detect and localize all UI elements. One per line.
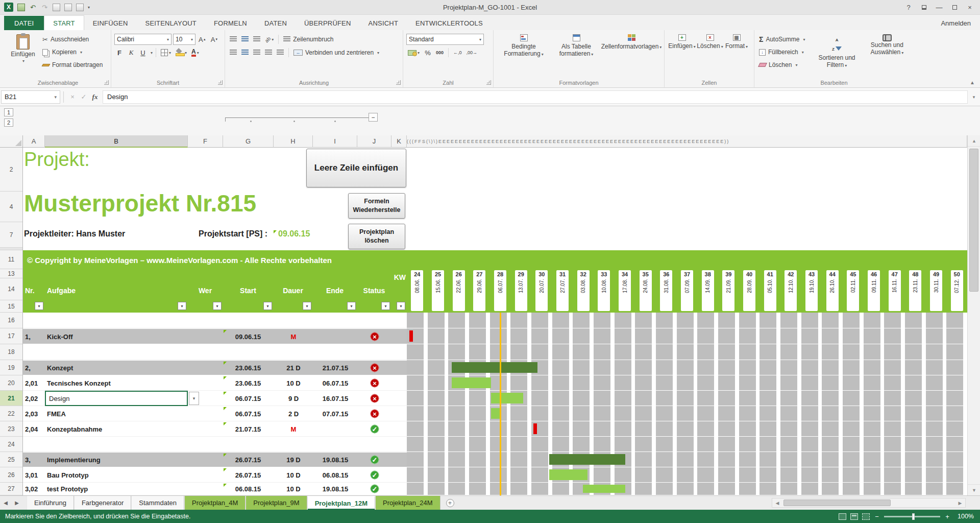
print-icon[interactable]	[53, 4, 60, 11]
autosum-button[interactable]: ΣAutoSumme▾	[757, 34, 810, 45]
sheet-tab-projektplan-9m[interactable]: Projektplan_9M	[246, 496, 307, 510]
clipboard-dialog-launcher-icon[interactable]	[104, 80, 109, 85]
row-header-23[interactable]: 23	[0, 421, 22, 437]
maximize-button[interactable]	[947, 2, 962, 13]
sheet-tab-einf-hrung[interactable]: Einführung	[27, 496, 74, 510]
align-left-button[interactable]	[228, 47, 238, 58]
underline-button[interactable]: U	[138, 47, 148, 58]
bold-button[interactable]: F	[114, 47, 125, 58]
minimize-button[interactable]: —	[932, 2, 946, 13]
row-header-19[interactable]: 19	[0, 360, 22, 375]
zoom-level[interactable]: 100%	[954, 513, 974, 520]
filter-button-col-f[interactable]: ▾	[213, 302, 222, 310]
vertical-scrollbar[interactable]: ▲ ▼	[967, 135, 980, 495]
page-break-view-icon[interactable]	[862, 513, 870, 520]
insert-empty-row-button[interactable]: Leere Zeile einfügen	[306, 149, 406, 187]
name-box-dropdown-icon[interactable]: ▾	[54, 94, 57, 100]
column-header-a[interactable]: A	[23, 135, 45, 148]
filter-button-col-h[interactable]: ▾	[303, 302, 311, 310]
paste-button[interactable]: Einfügen ▾	[8, 33, 38, 77]
column-header-f[interactable]: F	[188, 135, 223, 148]
ribbon-display-options-icon[interactable]	[917, 2, 931, 13]
new-sheet-button[interactable]: +	[444, 496, 457, 510]
task-row-18[interactable]	[23, 344, 407, 360]
find-select-button[interactable]: Suchen und Auswählen▾	[864, 33, 911, 77]
fill-color-button[interactable]: ▾	[174, 47, 188, 58]
column-header-i[interactable]: I	[313, 135, 357, 148]
sheet-tab-projektplan-24m[interactable]: Projektplan_24M	[375, 496, 440, 510]
cell-styles-button[interactable]: Zellenformatvorlagen▾	[602, 33, 661, 50]
preview-icon[interactable]	[76, 4, 84, 11]
insert-function-icon[interactable]: fx	[89, 93, 101, 101]
task-row-19[interactable]: 2,Konzept23.06.1521 D21.07.15×	[23, 360, 407, 375]
font-size-select[interactable]: 10▾	[173, 34, 195, 45]
page-layout-view-icon[interactable]	[850, 513, 858, 520]
format-as-table-button[interactable]: Als Tabelle formatieren▾	[551, 33, 602, 58]
alignment-dialog-launcher-icon[interactable]	[396, 80, 401, 85]
number-dialog-launcher-icon[interactable]	[486, 80, 491, 85]
increase-font-size-button[interactable]: A▲	[197, 34, 208, 45]
collapse-ribbon-icon[interactable]: ▲	[970, 80, 975, 85]
align-right-button[interactable]	[252, 47, 262, 58]
task-row-25[interactable]: 3,Implementierung26.07.1519 D19.08.15✓	[23, 452, 407, 467]
align-top-button[interactable]	[228, 34, 238, 45]
row-header-22[interactable]: 22	[0, 406, 22, 421]
row-header-24[interactable]: 24	[0, 437, 22, 452]
scroll-left-icon[interactable]: ◀	[772, 501, 782, 506]
task-row-16[interactable]	[23, 313, 407, 328]
filter-button-col-a[interactable]: ▾	[35, 302, 43, 310]
conditional-formatting-button[interactable]: Bedingte Formatierung▾	[497, 33, 551, 58]
task-row-23[interactable]: 2,04Konzeptabnahme21.07.15M✓	[23, 421, 407, 437]
row-header-14[interactable]: 14	[0, 278, 22, 300]
sheet-nav-right-icon[interactable]: ▶	[11, 496, 22, 510]
cancel-entry-icon[interactable]: ×	[67, 93, 78, 101]
row-header-21[interactable]: 21	[0, 391, 22, 406]
sheet-nav-left-icon[interactable]: ◀	[0, 496, 11, 510]
zoom-in-icon[interactable]: +	[944, 513, 950, 520]
task-row-24[interactable]	[23, 437, 407, 452]
fill-button[interactable]: ↓Füllbereich▾	[757, 46, 810, 58]
row-header-11[interactable]: 11	[0, 250, 22, 269]
redo-icon[interactable]: ↷	[41, 4, 48, 11]
clear-button[interactable]: Löschen▾	[757, 59, 810, 70]
selected-cell[interactable]: Design	[45, 391, 188, 406]
accounting-format-button[interactable]: ▾	[406, 47, 421, 58]
format-painter-button[interactable]: Format übertragen	[41, 59, 104, 70]
help-icon[interactable]: ?	[901, 2, 916, 13]
sheet-tab-farbgenerator[interactable]: Farbgenerator	[74, 496, 131, 510]
formula-bar-expand-icon[interactable]: ▾	[968, 94, 980, 100]
align-center-button[interactable]	[240, 47, 250, 58]
outline-level-2-button[interactable]: 2	[4, 118, 13, 127]
row-header-13[interactable]: 13	[0, 269, 22, 278]
outline-level-1-button[interactable]: 1	[4, 108, 13, 116]
excel-logo-icon[interactable]: X	[4, 3, 13, 12]
undo-icon[interactable]: ↶	[29, 4, 37, 11]
row-header-7[interactable]: 7	[0, 222, 22, 248]
copy-button[interactable]: Kopieren▾	[41, 46, 104, 58]
sheet-tab-projektplan-4m[interactable]: Projektplan_4M	[184, 496, 246, 510]
task-row-17[interactable]: 1,Kick-Off09.06.15M×	[23, 328, 407, 344]
orientation-button[interactable]: ab▾	[263, 34, 275, 45]
column-header-g[interactable]: G	[223, 135, 274, 148]
italic-button[interactable]: K	[126, 47, 136, 58]
column-header-b[interactable]: B	[45, 135, 188, 148]
percent-style-button[interactable]: %	[423, 47, 433, 58]
column-headers-gantt[interactable]: (((FFS(\)\)EEEEEEEEEEEEEEEEEEEEEEEEEEEEE…	[407, 135, 967, 148]
cell-dropdown-button[interactable]: ▾	[189, 392, 199, 405]
decrease-font-size-button[interactable]: A▼	[209, 34, 220, 45]
enter-entry-icon[interactable]: ✓	[78, 93, 89, 101]
row-header-17[interactable]: 17	[0, 328, 22, 344]
zoom-out-icon[interactable]: −	[874, 513, 880, 520]
column-header-j[interactable]: J	[357, 135, 391, 148]
font-dialog-launcher-icon[interactable]	[218, 80, 223, 85]
ribbon-tab-einf-gen[interactable]: EINFÜGEN	[84, 16, 137, 30]
ribbon-tab-ansicht[interactable]: ANSICHT	[360, 16, 407, 30]
row-header-18[interactable]: 18	[0, 344, 22, 360]
task-row-27[interactable]: 3,02test Prototyp06.08.1510 D19.08.15✓	[23, 483, 407, 495]
filter-button-col-b[interactable]: ▾	[178, 302, 186, 310]
close-button[interactable]: ×	[963, 2, 977, 13]
task-row-20[interactable]: 2,01Tecnisches Konzept23.06.1510 D06.07.…	[23, 375, 407, 391]
ribbon-tab-daten[interactable]: DATEN	[256, 16, 296, 30]
decrease-decimal-button[interactable]: ,00→	[465, 47, 479, 58]
row-header-26[interactable]: 26	[0, 467, 22, 483]
